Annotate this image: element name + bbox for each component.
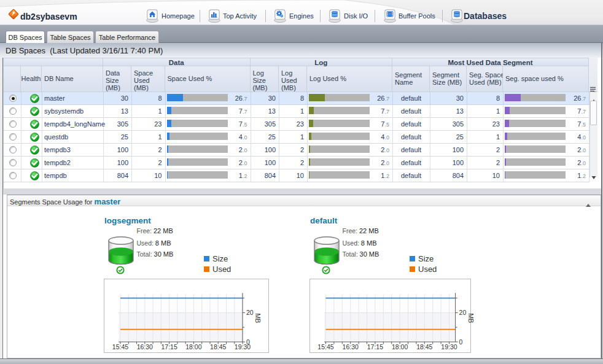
- svg-text:20: 20: [246, 309, 254, 316]
- svg-text:20: 20: [459, 309, 467, 316]
- svg-text:17:15: 17:15: [161, 343, 177, 350]
- svg-text:18:45: 18:45: [416, 343, 432, 350]
- svg-text:15:45: 15:45: [317, 343, 333, 350]
- svg-text:18:00: 18:00: [392, 343, 408, 350]
- svg-text:15:45: 15:45: [112, 343, 128, 350]
- svg-text:MB: MB: [467, 313, 475, 323]
- svg-text:0: 0: [459, 338, 463, 346]
- svg-text:16:30: 16:30: [343, 343, 359, 350]
- svg-text:17:15: 17:15: [367, 343, 383, 350]
- svg-text:0: 0: [246, 338, 250, 346]
- svg-text:19:30: 19:30: [441, 343, 457, 350]
- svg-text:16:30: 16:30: [137, 343, 153, 350]
- svg-text:MB: MB: [254, 313, 262, 323]
- svg-text:18:45: 18:45: [210, 343, 226, 350]
- svg-text:18:00: 18:00: [185, 343, 201, 350]
